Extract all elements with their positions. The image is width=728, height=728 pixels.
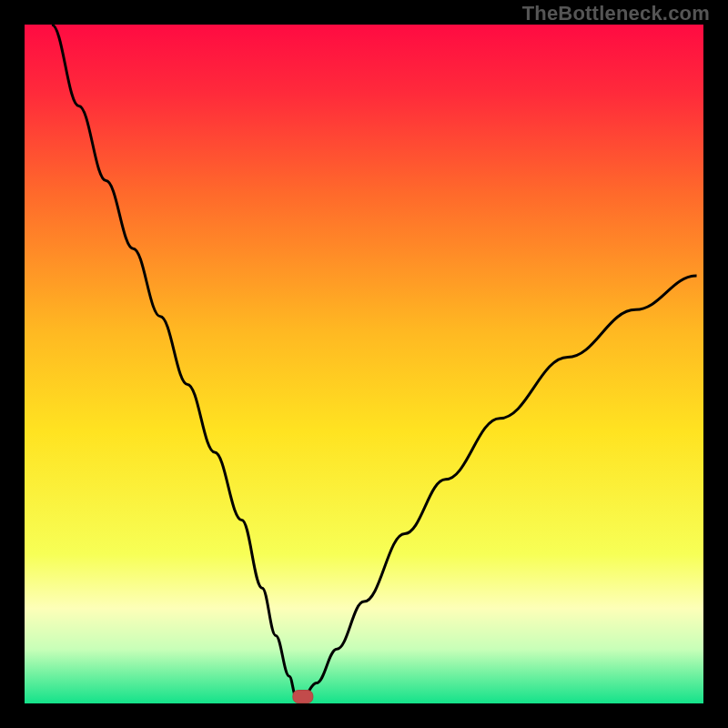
- chart-frame: { "watermark": "TheBottleneck.com", "col…: [0, 0, 728, 728]
- watermark-text: TheBottleneck.com: [522, 2, 710, 25]
- bottleneck-plot: [0, 0, 728, 728]
- minimum-marker: [293, 691, 313, 703]
